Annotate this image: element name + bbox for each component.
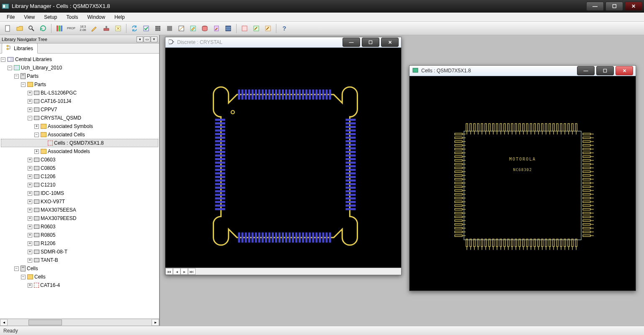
tree-cells-folder[interactable]: − Cells: [1, 273, 158, 281]
maximize-button[interactable]: ☐: [605, 2, 623, 11]
window-discrete-max[interactable]: ☐: [362, 38, 379, 47]
tb-new-icon[interactable]: [3, 23, 13, 34]
tb-check-icon[interactable]: [141, 23, 152, 34]
scroll-left-button[interactable]: ◂: [0, 319, 8, 326]
tb-sync-icon[interactable]: [129, 23, 140, 34]
tab-libraries[interactable]: Libraries: [2, 43, 38, 54]
window-discrete-close[interactable]: ✕: [381, 38, 399, 47]
tree-assoc-symbols[interactable]: +Associated Symbols: [1, 122, 158, 130]
tb-pin-icon[interactable]: [211, 23, 222, 34]
tree-part-item[interactable]: +SDMR-08-T: [1, 248, 158, 256]
menu-setup[interactable]: Setup: [40, 13, 61, 21]
window-cells-canvas[interactable]: MOTOROLA NC68302: [410, 76, 636, 291]
tab-label: Libraries: [14, 46, 33, 51]
nav-first-button[interactable]: ⏮: [165, 268, 173, 275]
library-tree[interactable]: − Central Libraries − Uch_Library_2010 −…: [0, 54, 159, 318]
svg-rect-195: [575, 124, 577, 131]
svg-rect-161: [511, 124, 513, 131]
tree-assoc-models[interactable]: +Associated Models: [1, 147, 158, 156]
tree-part-item[interactable]: −CRYSTAL_QSMD: [1, 114, 158, 122]
svg-rect-341: [583, 186, 590, 188]
tree-assoc-cell-item[interactable]: Cells : QSMD7X5X1.8: [1, 139, 158, 147]
tree-lib[interactable]: − Uch_Library_2010: [1, 64, 158, 72]
scroll-track[interactable]: [8, 319, 152, 326]
tree-part-item[interactable]: +MAX3075EESA: [1, 206, 158, 214]
tb-gen1-icon[interactable]: [239, 23, 250, 34]
tb-refresh-icon[interactable]: [38, 23, 49, 34]
svg-rect-269: [455, 156, 462, 158]
tree-parts-folder[interactable]: − Parts: [1, 80, 158, 89]
tb-edit-icon[interactable]: [89, 23, 100, 34]
nav-next-button[interactable]: ▸: [180, 268, 188, 275]
window-discrete-titlebar[interactable]: Discrete : CRYSTAL — ☐ ✕: [165, 37, 401, 48]
tb-wizard-icon[interactable]: [113, 23, 124, 34]
panel-close-button[interactable]: ✕: [151, 36, 157, 42]
tree-part-item[interactable]: +BL-LS1206PGC: [1, 89, 158, 97]
chip-icon: [34, 183, 39, 187]
tree-assoc-cells[interactable]: −Associated Cells: [1, 130, 158, 139]
svg-rect-175: [538, 124, 539, 131]
tb-gen2-icon[interactable]: [251, 23, 262, 34]
tb-note-icon[interactable]: [176, 23, 187, 34]
tree-part-item[interactable]: +MAX3079EESD: [1, 214, 158, 222]
svg-point-23: [7, 48, 8, 50]
nav-prev-button[interactable]: ◂: [173, 268, 180, 275]
scroll-right-button[interactable]: ▸: [152, 319, 159, 326]
tb-units-icon[interactable]: 1E32.06: [77, 23, 88, 34]
tree-parts-section[interactable]: − Parts: [1, 72, 158, 80]
panel-dropdown-button[interactable]: ▾: [137, 36, 143, 42]
scroll-thumb[interactable]: [28, 320, 62, 325]
tb-stamp-icon[interactable]: [101, 23, 112, 34]
tree-cells-section[interactable]: − Cells: [1, 264, 158, 273]
chip-icon: [34, 250, 39, 254]
svg-rect-203: [477, 239, 479, 247]
menu-tools[interactable]: Tools: [62, 13, 82, 21]
tree-root[interactable]: − Central Libraries: [1, 55, 158, 64]
tb-gen3-icon[interactable]: [263, 23, 273, 34]
window-discrete[interactable]: Discrete : CRYSTAL — ☐ ✕ ⏮ ◂: [165, 37, 402, 275]
tree-part-item[interactable]: +R1206: [1, 239, 158, 248]
close-button[interactable]: ✕: [625, 2, 642, 11]
window-cells-min[interactable]: —: [577, 66, 595, 75]
tb-edit2-icon[interactable]: [188, 23, 198, 34]
tree-part-item[interactable]: +C1210: [1, 181, 158, 189]
window-discrete-canvas[interactable]: [165, 48, 401, 268]
tb-props-icon[interactable]: PROP: [66, 23, 77, 34]
tree-cell-item[interactable]: + CAT16-4: [1, 281, 158, 289]
tree-part-item[interactable]: +TANT-B: [1, 256, 158, 264]
tb-layers-icon[interactable]: [223, 23, 234, 34]
window-cells-titlebar[interactable]: Cells : QSMD7X5X1.8 — ☐ ✕: [410, 66, 636, 76]
tb-open-icon[interactable]: [14, 23, 25, 34]
tree-part-item[interactable]: +C0603: [1, 156, 158, 164]
tb-help-icon[interactable]: ?: [279, 23, 290, 34]
tree-part-item[interactable]: +R0603: [1, 222, 158, 231]
window-discrete-min[interactable]: —: [343, 38, 360, 47]
tb-grid-icon[interactable]: [152, 23, 163, 34]
window-cells-max[interactable]: ☐: [596, 66, 614, 75]
tb-db-icon[interactable]: [199, 23, 210, 34]
nav-last-button[interactable]: ⏭: [188, 268, 196, 275]
panel-pin-button[interactable]: ▭: [144, 36, 150, 42]
tb-search-icon[interactable]: [26, 23, 37, 34]
svg-rect-215: [500, 239, 502, 247]
tb-columns-icon[interactable]: [54, 23, 65, 34]
svg-rect-153: [496, 124, 498, 131]
tree-part-item[interactable]: +IDC-10MS: [1, 189, 158, 197]
sidebar-hscroll[interactable]: ◂ ▸: [0, 318, 159, 326]
tb-fill-icon[interactable]: [164, 23, 175, 34]
menu-view[interactable]: View: [20, 13, 39, 21]
tree-part-item[interactable]: +CAT16-101J4: [1, 97, 158, 105]
window-title: Library Manager - Cells : QSMD7X5X1.8: [12, 3, 110, 9]
minimize-button[interactable]: —: [586, 2, 604, 11]
tree-part-item[interactable]: +CPPV7: [1, 105, 158, 114]
window-cells[interactable]: Cells : QSMD7X5X1.8 — ☐ ✕ MOTOROLA NC683…: [409, 65, 636, 291]
tree-part-item[interactable]: +R0805: [1, 231, 158, 239]
tree-part-item[interactable]: +C0805: [1, 164, 158, 172]
menu-file[interactable]: File: [3, 13, 19, 21]
svg-rect-151: [492, 124, 494, 131]
tree-part-item[interactable]: +C1206: [1, 172, 158, 181]
menu-window[interactable]: Window: [83, 13, 110, 21]
menu-help[interactable]: Help: [110, 13, 129, 21]
tree-part-item[interactable]: +KXO-V97T: [1, 197, 158, 206]
window-cells-close[interactable]: ✕: [616, 66, 633, 75]
